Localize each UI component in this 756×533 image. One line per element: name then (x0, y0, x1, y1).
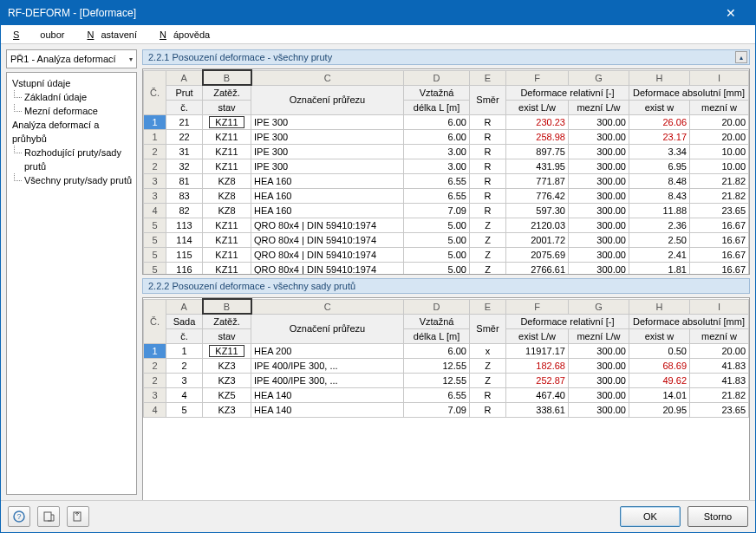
cell[interactable]: KZ11 (203, 218, 251, 232)
cell[interactable]: 113 (166, 218, 203, 232)
cell[interactable]: Z (470, 262, 506, 274)
cell[interactable]: KZ8 (203, 188, 251, 203)
cell[interactable]: IPE 300 (251, 159, 404, 173)
cell[interactable]: KZ3 (203, 358, 251, 373)
table-row[interactable]: 5116KZ11QRO 80x4 | DIN 59410:19745.00Z27… (144, 262, 749, 274)
cell[interactable]: 26.06 (629, 114, 690, 129)
cell[interactable]: Z (470, 218, 506, 232)
cell[interactable]: 21.82 (690, 387, 749, 402)
cell[interactable]: 771.87 (506, 173, 569, 188)
col-letter[interactable]: H (629, 70, 690, 85)
cell[interactable]: 5.00 (404, 247, 470, 262)
cell[interactable]: 116 (166, 262, 203, 274)
cell[interactable]: 300.00 (569, 144, 629, 159)
cell[interactable]: 300.00 (569, 343, 629, 358)
cell[interactable]: KZ11 (203, 159, 251, 173)
cell[interactable]: 16.67 (690, 232, 749, 247)
chevron-up-icon[interactable]: ▴ (735, 51, 747, 63)
cell[interactable]: R (470, 402, 506, 417)
cell[interactable]: 23.65 (690, 402, 749, 417)
cell[interactable]: QRO 80x4 | DIN 59410:1974 (251, 262, 404, 274)
row-index[interactable]: 1 (144, 129, 166, 144)
cell[interactable]: 20.95 (629, 402, 690, 417)
cell[interactable]: 6.55 (404, 387, 470, 402)
cell[interactable]: 10.00 (690, 159, 749, 173)
cell[interactable]: IPE 300 (251, 144, 404, 159)
cell[interactable]: 83 (166, 188, 203, 203)
close-icon[interactable]: ✕ (714, 4, 748, 22)
cell[interactable]: 597.30 (506, 203, 569, 218)
cell[interactable]: HEA 140 (251, 402, 404, 417)
col-letter[interactable]: C (251, 299, 404, 314)
cell[interactable]: x (470, 343, 506, 358)
cell[interactable]: QRO 80x4 | DIN 59410:1974 (251, 247, 404, 262)
cell[interactable]: KZ11 (203, 129, 251, 144)
cell[interactable]: 2.41 (629, 247, 690, 262)
cell[interactable]: 7.09 (404, 402, 470, 417)
table-row[interactable]: 45KZ3HEA 1407.09R338.61300.0020.9523.65 (144, 402, 749, 417)
cell[interactable]: R (470, 387, 506, 402)
cell[interactable]: 114 (166, 232, 203, 247)
cell-active[interactable]: KZ11 (203, 114, 251, 129)
cell[interactable]: QRO 80x4 | DIN 59410:1974 (251, 218, 404, 232)
cancel-button[interactable]: Storno (688, 506, 748, 527)
cell[interactable]: 897.75 (506, 144, 569, 159)
cell[interactable]: 11917.17 (506, 343, 569, 358)
cell[interactable]: 14.01 (629, 387, 690, 402)
col-letter[interactable]: G (569, 70, 629, 85)
cell[interactable]: 81 (166, 173, 203, 188)
tree-item-all[interactable]: Všechny pruty/sady prutů (9, 173, 134, 187)
menu-settings[interactable]: Nastavení (80, 28, 151, 42)
cell[interactable]: 6.00 (404, 343, 470, 358)
table-row[interactable]: 122KZ11IPE 3006.00R258.98300.0023.1720.0… (144, 129, 749, 144)
cell[interactable]: 22 (166, 129, 203, 144)
table-row[interactable]: 34KZ5HEA 1406.55R467.40300.0014.0121.82 (144, 387, 749, 402)
cell[interactable]: 3.00 (404, 159, 470, 173)
table-row[interactable]: 231KZ11IPE 3003.00R897.75300.003.3410.00 (144, 144, 749, 159)
cell[interactable]: HEA 160 (251, 173, 404, 188)
menu-help[interactable]: Nápověda (153, 28, 224, 42)
cell[interactable]: 300.00 (569, 247, 629, 262)
table-row[interactable]: 23KZ3IPE 400/IPE 300, ...12.55Z252.87300… (144, 373, 749, 387)
row-index[interactable]: 2 (144, 358, 166, 373)
ok-button[interactable]: OK (620, 506, 681, 527)
cell[interactable]: 182.68 (506, 358, 569, 373)
cell[interactable]: Z (470, 232, 506, 247)
cell[interactable]: 2075.69 (506, 247, 569, 262)
cell[interactable]: KZ5 (203, 387, 251, 402)
cell[interactable]: HEA 160 (251, 203, 404, 218)
cell[interactable]: 338.61 (506, 402, 569, 417)
cell[interactable]: 300.00 (569, 188, 629, 203)
col-letter[interactable]: E (470, 299, 506, 314)
cell-active[interactable]: KZ11 (203, 343, 251, 358)
tree-group-input[interactable]: Vstupní údaje (9, 76, 134, 90)
cell[interactable]: 21.82 (690, 173, 749, 188)
row-index[interactable]: 2 (144, 159, 166, 173)
cell[interactable]: 23.65 (690, 203, 749, 218)
row-index[interactable]: 3 (144, 387, 166, 402)
cell[interactable]: 3 (166, 373, 203, 387)
cell[interactable]: 68.69 (629, 358, 690, 373)
cell[interactable]: 467.40 (506, 387, 569, 402)
table-row[interactable]: 383KZ8HEA 1606.55R776.42300.008.4321.82 (144, 188, 749, 203)
col-letter[interactable]: I (690, 70, 749, 85)
cell[interactable]: R (470, 188, 506, 203)
cell[interactable]: HEA 140 (251, 387, 404, 402)
cell[interactable]: 5.00 (404, 262, 470, 274)
cell[interactable]: 431.95 (506, 159, 569, 173)
cell[interactable]: 16.67 (690, 218, 749, 232)
tree-group-analysis[interactable]: Analýza deformací a průhybů (9, 118, 134, 146)
cell[interactable]: 2.36 (629, 218, 690, 232)
cell[interactable]: R (470, 129, 506, 144)
cell[interactable]: 300.00 (569, 173, 629, 188)
cell[interactable]: KZ11 (203, 247, 251, 262)
cell[interactable]: 300.00 (569, 373, 629, 387)
cell[interactable]: R (470, 173, 506, 188)
row-index[interactable]: 1 (144, 343, 166, 358)
cell[interactable]: 2.50 (629, 232, 690, 247)
cell[interactable]: KZ11 (203, 262, 251, 274)
cell[interactable]: Z (470, 373, 506, 387)
tree-item-governing[interactable]: Rozhodující pruty/sady prutů (9, 146, 134, 173)
col-letter[interactable]: F (506, 299, 569, 314)
cell[interactable]: R (470, 203, 506, 218)
